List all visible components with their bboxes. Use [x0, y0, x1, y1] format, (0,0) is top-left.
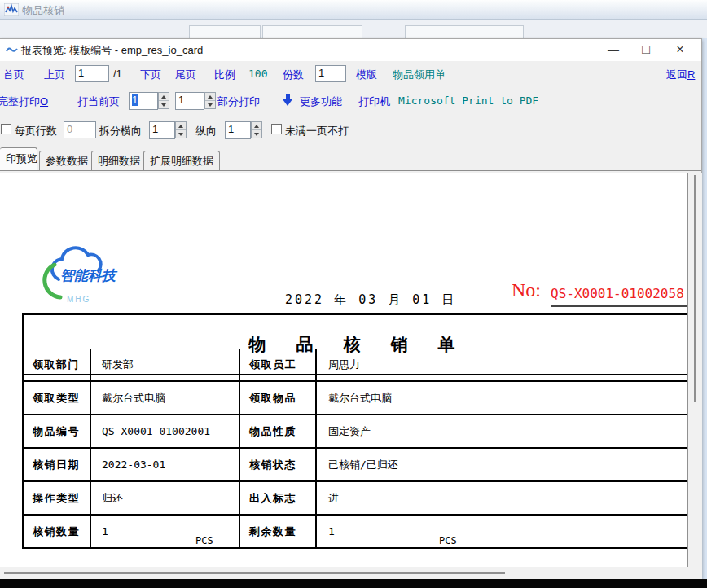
tab-extended-detail-data[interactable]: 扩展明细数据	[143, 151, 220, 170]
template-label: 模版	[356, 68, 377, 82]
row-label: 领取物品	[240, 382, 317, 415]
dialog-titlebar: 报表预览: 模板编号 - emp_res_io_card — □ ×	[0, 39, 701, 61]
vertical-scrollbar[interactable]	[688, 173, 701, 567]
preview-area: 智能科技 MHG 2022 年 03 月 01 日 No: QS-X0001-0…	[0, 173, 702, 580]
row-value: 戴尔台式电脑	[91, 382, 240, 415]
row-label: 领取员工	[240, 349, 317, 382]
copies-label: 份数	[283, 68, 304, 82]
download-arrow-icon[interactable]	[283, 94, 293, 106]
row-label: 物品性质	[240, 415, 317, 449]
split-horizontal-label: 拆分横向	[99, 124, 142, 138]
rows-per-page-checkbox[interactable]	[1, 124, 11, 134]
row-label: 剩余数量	[240, 516, 317, 549]
toolbar-layout: 每页行数 0 拆分横向 1 纵向 1 未满一页不打	[0, 116, 701, 144]
print-current-page-button[interactable]: 打当前页	[77, 94, 120, 109]
logo-subtext: MHG	[67, 295, 90, 304]
scale-label: 比例	[214, 68, 235, 82]
writeoff-form-table: 物 品 核 销 单 领取部门 研发部 领取员工 周思力 领取类型 戴尔台式电脑 …	[22, 313, 687, 549]
page-total-label: /1	[113, 68, 122, 80]
range-from-stepper[interactable]	[158, 92, 169, 109]
tab-detail-data[interactable]: 明细数据	[91, 151, 147, 170]
desktop-background	[0, 579, 707, 588]
toolbar-print: 完整打印O 打当前页 1 1 部分打印 更多功能 打印机 Microsoft P…	[0, 86, 701, 116]
horizontal-scrollbar-thumb[interactable]	[4, 572, 505, 574]
row-value: 1PCS	[317, 516, 687, 549]
unit-label: PCS	[439, 535, 457, 546]
printer-label: 打印机	[358, 94, 390, 109]
row-label: 核销数量	[24, 516, 91, 549]
unit-label: PCS	[195, 535, 213, 546]
background-window-edge	[701, 38, 707, 579]
company-logo: 智能科技 MHG	[41, 242, 122, 315]
print-range-to-input[interactable]: 1	[175, 92, 204, 110]
next-page-button[interactable]: 下页	[140, 68, 161, 82]
report-page: 智能科技 MHG 2022 年 03 月 01 日 No: QS-X0001-0…	[0, 173, 688, 567]
page-number-input[interactable]: 1	[75, 65, 109, 82]
row-value: 进	[317, 482, 687, 516]
more-features-button[interactable]: 更多功能	[300, 94, 342, 109]
skip-partial-page-checkbox[interactable]	[271, 124, 282, 134]
split-horizontal-stepper[interactable]	[175, 121, 187, 138]
row-label: 操作类型	[24, 482, 91, 516]
row-label: 物品编号	[24, 415, 91, 449]
row-value: 已核销/已归还	[317, 449, 687, 482]
row-label: 领取部门	[24, 349, 91, 382]
app-icon	[4, 3, 19, 16]
template-value: 物品领用单	[393, 68, 446, 82]
tab-bar: 印预览 参数数据 明细数据 扩展明细数据	[0, 147, 701, 170]
row-label: 核销日期	[24, 449, 91, 482]
logo-text: 智能科技	[60, 268, 118, 283]
prev-page-button[interactable]: 上页	[44, 68, 65, 82]
copies-input[interactable]: 1	[315, 65, 346, 82]
maximize-button[interactable]: □	[634, 39, 658, 60]
report-preview-window: 报表预览: 模板编号 - emp_res_io_card — □ × 首页 上页…	[0, 38, 702, 579]
document-no-label: No:	[512, 279, 541, 301]
close-button[interactable]: ×	[668, 39, 692, 60]
back-button[interactable]: 返回R	[666, 68, 695, 82]
skip-partial-page-label: 未满一页不打	[285, 124, 349, 138]
row-value: QS-X0001-01002001	[91, 415, 240, 449]
tab-parameter-data[interactable]: 参数数据	[39, 151, 94, 170]
background-window-strip	[0, 20, 707, 38]
row-value: 研发部	[91, 349, 240, 382]
first-page-button[interactable]: 首页	[3, 68, 24, 82]
report-icon	[6, 46, 18, 55]
toolbar-navigation: 首页 上页 1 /1 下页 尾页 比例 100 份数 1 模版 物品领用单 返回…	[0, 61, 701, 86]
split-vertical-input[interactable]: 1	[225, 121, 251, 139]
row-label: 领取类型	[24, 382, 91, 415]
tab-print-preview[interactable]: 印预览	[0, 147, 37, 170]
print-range-from-input[interactable]: 1	[129, 92, 158, 110]
row-value: 周思力	[317, 349, 687, 382]
row-value: 固定资产	[317, 415, 687, 449]
row-label: 核销状态	[240, 449, 317, 482]
app-title: 物品核销	[22, 3, 64, 18]
row-value: 1PCS	[91, 516, 240, 549]
rows-per-page-input[interactable]: 0	[64, 121, 96, 138]
split-vertical-stepper[interactable]	[251, 121, 262, 138]
full-print-button[interactable]: 完整打印O	[0, 94, 48, 109]
printer-name: Microsoft Print to PDF	[398, 94, 538, 107]
row-label: 出入标志	[240, 482, 317, 516]
dialog-title: 报表预览: 模板编号 - emp_res_io_card	[21, 43, 203, 58]
split-horizontal-input[interactable]: 1	[149, 121, 175, 139]
partial-print-button[interactable]: 部分打印	[217, 94, 260, 109]
rows-per-page-label: 每页行数	[15, 124, 57, 138]
row-value: 戴尔台式电脑	[317, 382, 687, 415]
vertical-scrollbar-thumb[interactable]	[694, 175, 696, 402]
scale-value: 100	[248, 68, 267, 80]
range-to-stepper[interactable]	[204, 92, 216, 109]
document-no-value: QS-X0001-01002058	[551, 286, 687, 307]
app-titlebar: 物品核销	[0, 0, 707, 20]
split-vertical-label: 纵向	[195, 124, 217, 138]
horizontal-scrollbar[interactable]	[0, 567, 702, 580]
minimize-button[interactable]: —	[601, 39, 626, 60]
row-value: 归还	[91, 482, 240, 516]
last-page-button[interactable]: 尾页	[175, 68, 196, 82]
row-value: 2022-03-01	[91, 449, 240, 482]
document-date: 2022 年 03 月 01 日	[285, 292, 456, 308]
